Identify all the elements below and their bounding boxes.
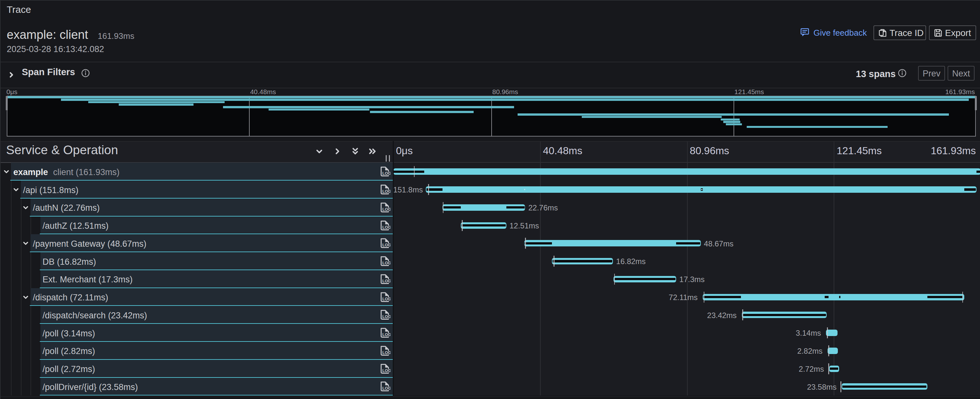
svg-text:LOG: LOG — [382, 207, 391, 212]
svg-text:LOG: LOG — [382, 189, 391, 194]
svg-text:LOG: LOG — [382, 369, 391, 373]
svg-text:LOG: LOG — [382, 172, 391, 176]
svg-text:LOG: LOG — [382, 386, 391, 391]
svg-text:LOG: LOG — [382, 351, 391, 355]
svg-text:LOG: LOG — [382, 261, 391, 265]
svg-text:LOG: LOG — [382, 279, 391, 283]
svg-text:LOG: LOG — [382, 225, 391, 230]
svg-text:LOG: LOG — [382, 315, 391, 319]
svg-text:LOG: LOG — [382, 297, 391, 301]
svg-text:LOG: LOG — [382, 243, 391, 248]
svg-text:LOG: LOG — [382, 332, 391, 337]
